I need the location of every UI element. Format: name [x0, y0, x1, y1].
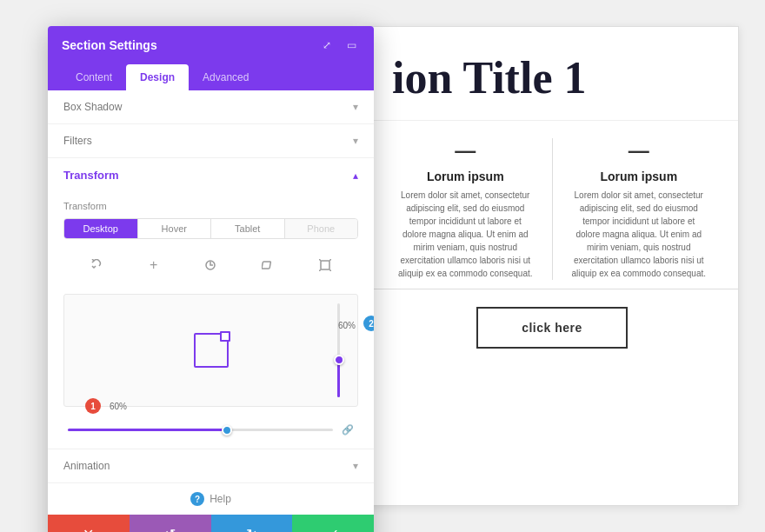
device-tabs: Desktop Hover Tablet Phone	[63, 218, 358, 239]
vertical-slider[interactable]	[337, 303, 340, 397]
col-divider	[552, 138, 553, 280]
v-slider-thumb[interactable]	[334, 355, 344, 365]
animation-chevron: ▾	[353, 460, 358, 472]
badge-2: 2	[363, 316, 374, 331]
link-icon[interactable]: 🔗	[342, 424, 354, 436]
rotate-tool[interactable]	[81, 249, 112, 281]
tab-content[interactable]: Content	[62, 64, 126, 90]
cta-button[interactable]: click here	[476, 307, 628, 349]
svg-line-6	[329, 269, 331, 271]
badge-1-container: 1 60%	[85, 398, 127, 414]
transform-box	[194, 333, 229, 368]
transform-sublabel: Transform	[63, 201, 358, 211]
panel-resize-icon[interactable]: ⤢	[318, 37, 336, 54]
transform-canvas[interactable]: 60%	[63, 294, 358, 407]
device-tab-desktop[interactable]: Desktop	[64, 219, 138, 238]
transform-canvas-inner: 60%	[64, 295, 357, 406]
col1-dash: —	[396, 138, 535, 163]
add-tool[interactable]: +	[138, 249, 170, 281]
h-slider-thumb[interactable]	[222, 425, 232, 436]
animation-label: Animation	[63, 460, 110, 472]
transform-label: Transform	[63, 169, 119, 182]
h-slider-wrap: 🔗	[63, 424, 358, 436]
help-row[interactable]: ? Help	[48, 483, 374, 515]
tab-advanced[interactable]: Advanced	[189, 64, 263, 90]
svg-rect-1	[262, 262, 270, 269]
filters-label: Filters	[63, 135, 92, 147]
settings-panel: Section Settings ⤢ ▭ Content Design Adva…	[48, 26, 374, 532]
panel-header-icons: ⤢ ▭	[318, 37, 360, 54]
reset-button[interactable]: ↺	[130, 515, 211, 532]
box-shadow-row[interactable]: Box Shadow ▾	[48, 90, 374, 124]
transform-body: Transform Desktop Hover Tablet Phone	[48, 192, 374, 449]
box-shadow-label: Box Shadow	[63, 101, 122, 113]
panel-header: Section Settings ⤢ ▭	[48, 26, 374, 64]
svg-rect-2	[321, 261, 329, 269]
device-tab-phone[interactable]: Phone	[285, 219, 358, 238]
panel-footer: ✕ ↺ ↻ ✓	[48, 515, 374, 532]
scale-tool[interactable]	[309, 249, 341, 281]
transform-header[interactable]: Transform ▴	[48, 158, 374, 192]
col2-text: Lorem dolor sit amet, consectetur adipis…	[570, 189, 708, 280]
page-preview: ion Title 1 — Lorum ipsum Lorem dolor si…	[365, 26, 739, 506]
page-title: ion Title 1	[366, 27, 738, 121]
h-slider-track[interactable]	[68, 429, 333, 431]
page-col-2: — Lorum ipsum Lorem dolor sit amet, cons…	[557, 138, 722, 280]
col2-heading: Lorum ipsum	[570, 170, 708, 183]
panel-tabs: Content Design Advanced	[48, 64, 374, 90]
skew-tool[interactable]	[252, 249, 283, 281]
panel-dock-icon[interactable]: ▭	[343, 37, 360, 54]
pct-right-label: 60%	[338, 321, 356, 330]
device-tab-tablet[interactable]: Tablet	[211, 219, 285, 238]
badge-1: 1	[85, 398, 101, 414]
v-slider-fill	[337, 360, 340, 397]
svg-line-4	[329, 259, 331, 261]
transform-tools: +	[63, 249, 358, 281]
filters-chevron: ▾	[353, 135, 358, 147]
col1-heading: Lorum ipsum	[396, 170, 535, 183]
redo-button[interactable]: ↻	[211, 515, 293, 532]
transform-chevron: ▴	[353, 170, 358, 182]
v-slider-track	[337, 303, 340, 397]
save-button[interactable]: ✓	[292, 515, 374, 532]
col1-text: Lorem dolor sit amet, consectetur adipis…	[396, 189, 535, 280]
cancel-button[interactable]: ✕	[48, 515, 130, 532]
device-tab-hover[interactable]: Hover	[138, 219, 212, 238]
transform-section: Transform ▴ Transform Desktop Hover Tabl…	[48, 158, 374, 449]
pct-bottom-label: 60%	[110, 402, 127, 411]
help-icon: ?	[190, 492, 204, 506]
svg-line-3	[319, 259, 321, 261]
page-col-1: — Lorum ipsum Lorem dolor sit amet, cons…	[383, 138, 548, 280]
tab-design[interactable]: Design	[126, 64, 189, 90]
page-columns: — Lorum ipsum Lorem dolor sit amet, cons…	[366, 121, 738, 289]
svg-line-5	[319, 269, 321, 271]
help-label: Help	[210, 493, 231, 505]
col2-dash: —	[570, 138, 708, 163]
filters-row[interactable]: Filters ▾	[48, 124, 374, 158]
animation-row[interactable]: Animation ▾	[48, 449, 374, 483]
transform-canvas-container: 60% 2 1 60%	[63, 294, 358, 407]
page-button-area: click here	[366, 289, 738, 366]
reset-tool[interactable]	[195, 249, 226, 281]
panel-body: Box Shadow ▾ Filters ▾ Transform ▴ Trans…	[48, 90, 374, 515]
box-shadow-chevron: ▾	[353, 101, 358, 113]
panel-title: Section Settings	[62, 38, 157, 52]
h-slider-fill	[68, 429, 227, 431]
